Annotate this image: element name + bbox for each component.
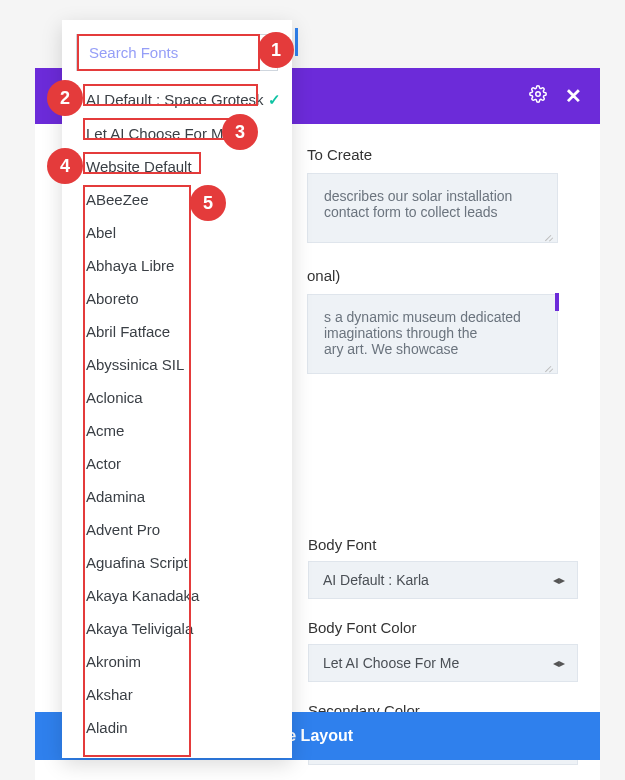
create-label: To Create — [307, 146, 578, 163]
font-option[interactable]: Akaya Telivigala — [62, 612, 292, 645]
body-font-color-label: Body Font Color — [308, 619, 578, 636]
font-option[interactable]: Abel — [62, 216, 292, 249]
optional-label: onal) — [307, 267, 578, 284]
select-value: Let AI Choose For Me — [323, 655, 459, 671]
body-font-color-select[interactable]: Let AI Choose For Me ◂▸ — [308, 644, 578, 682]
font-items-container: ABeeZeeAbelAbhaya LibreAboretoAbril Fatf… — [62, 183, 292, 744]
resize-handle[interactable] — [545, 230, 555, 240]
font-option[interactable]: Adamina — [62, 480, 292, 513]
font-option[interactable]: Akronim — [62, 645, 292, 678]
textarea-text: describes our solar installation — [324, 188, 541, 204]
font-option-website-default[interactable]: Website Default — [62, 150, 292, 183]
badge-1: 1 — [258, 32, 294, 68]
body-font-select[interactable]: AI Default : Karla ◂▸ — [308, 561, 578, 599]
badge-4: 4 — [47, 148, 83, 184]
badge-5: 5 — [190, 185, 226, 221]
font-option[interactable]: Abhaya Libre — [62, 249, 292, 282]
font-option[interactable]: Aclonica — [62, 381, 292, 414]
font-option[interactable]: Aboreto — [62, 282, 292, 315]
optional-textarea[interactable]: s a dynamic museum dedicated imagination… — [307, 294, 558, 374]
textarea-text: imaginations through the — [324, 325, 541, 341]
font-option[interactable]: Actor — [62, 447, 292, 480]
svg-point-0 — [536, 92, 541, 97]
font-option[interactable]: Akshar — [62, 678, 292, 711]
scrollbar-thumb[interactable] — [555, 293, 559, 311]
select-value: AI Default : Karla — [323, 572, 429, 588]
close-icon[interactable]: ✕ — [565, 84, 582, 108]
font-option[interactable]: Acme — [62, 414, 292, 447]
textarea-text: ary art. We showcase — [324, 341, 541, 357]
font-option-ai-default[interactable]: AI Default : Space Grotesk✓ — [62, 83, 292, 117]
font-item-label: AI Default : Space Grotesk — [86, 91, 264, 108]
button-label: te Layout — [282, 727, 353, 744]
check-icon: ✓ — [268, 91, 281, 108]
resize-handle[interactable] — [545, 361, 555, 371]
font-item-label: Website Default — [86, 158, 192, 175]
font-option[interactable]: Abril Fatface — [62, 315, 292, 348]
body-font-label: Body Font — [308, 536, 578, 553]
chevron-updown-icon: ◂▸ — [553, 656, 565, 670]
textarea-text: contact form to collect leads — [324, 204, 541, 220]
gear-icon[interactable] — [529, 85, 547, 107]
textarea-text: s a dynamic museum dedicated — [324, 309, 541, 325]
accent-bar — [295, 28, 298, 56]
description-textarea[interactable]: describes our solar installation contact… — [307, 173, 558, 243]
font-option[interactable]: Abyssinica SIL — [62, 348, 292, 381]
badge-3: 3 — [222, 114, 258, 150]
font-option[interactable]: Akaya Kanadaka — [62, 579, 292, 612]
font-item-label: Let AI Choose For Me — [86, 125, 232, 142]
font-list: AI Default : Space Grotesk✓ Let AI Choos… — [62, 79, 292, 744]
badge-2: 2 — [47, 80, 83, 116]
font-option[interactable]: Advent Pro — [62, 513, 292, 546]
chevron-updown-icon: ◂▸ — [553, 573, 565, 587]
search-fonts-input[interactable] — [76, 34, 278, 71]
font-option[interactable]: Aguafina Script — [62, 546, 292, 579]
font-option[interactable]: Aladin — [62, 711, 292, 744]
font-option[interactable]: ABeeZee — [62, 183, 292, 216]
